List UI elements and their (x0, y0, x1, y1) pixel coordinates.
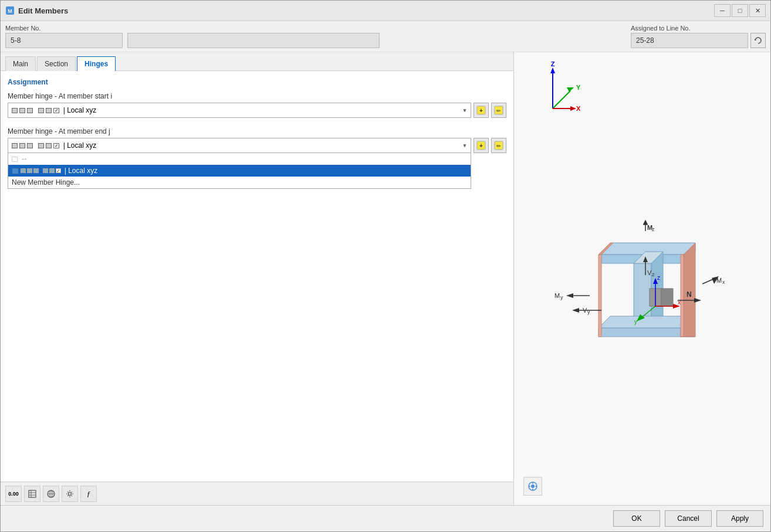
member-no-label: Member No. (5, 25, 123, 32)
hinge-end-dropdown-list: -- (8, 153, 471, 189)
middle-input[interactable] (127, 33, 380, 48)
decimal-icon[interactable]: 0.00 (5, 486, 22, 502)
svg-line-22 (553, 91, 570, 109)
svg-marker-35 (598, 316, 692, 328)
hinge-option-1[interactable]: ✓ | Local xyz (8, 165, 471, 177)
beam-visualization: M z V z M x M y (543, 126, 742, 477)
hinge-end-new-button[interactable]: + (474, 138, 489, 153)
hinge-start-dropdown-wrapper: ✓ | Local xyz ▼ (8, 103, 471, 118)
cancel-button[interactable]: Cancel (665, 510, 712, 527)
function-icon[interactable]: ƒ (80, 486, 97, 502)
maximize-button[interactable]: □ (732, 4, 748, 17)
svg-text:Y: Y (576, 84, 581, 91)
apply-button[interactable]: Apply (716, 510, 763, 527)
section-title: Assignment (8, 78, 506, 86)
minimize-button[interactable]: ─ (714, 4, 731, 17)
hinge-start-row: ✓ | Local xyz ▼ + ✏ (8, 103, 506, 118)
tab-section[interactable]: Section (37, 56, 76, 71)
title-bar: M Edit Members ─ □ ✕ (1, 1, 770, 21)
member-no-group: Member No. (5, 25, 123, 48)
left-panel: Main Section Hinges Assignment Member hi… (1, 52, 514, 505)
globe-icon[interactable] (43, 486, 59, 502)
panel-content: Assignment Member hinge - At member star… (1, 71, 513, 482)
svg-text:N: N (687, 290, 692, 299)
svg-text:✏: ✏ (496, 108, 501, 114)
svg-marker-39 (681, 255, 684, 337)
ok-button[interactable]: OK (613, 510, 660, 527)
svg-text:y: y (587, 309, 590, 315)
svg-text:z: z (652, 272, 655, 277)
assigned-input[interactable] (631, 33, 748, 48)
svg-text:+: + (479, 143, 483, 149)
hinge-start-edit-button[interactable]: ✏ (491, 103, 506, 118)
close-button[interactable]: ✕ (749, 4, 766, 17)
assigned-group: Assigned to Line No. (631, 25, 766, 48)
svg-text:M: M (8, 8, 12, 14)
svg-text:z: z (657, 275, 660, 281)
svg-rect-43 (661, 289, 673, 306)
svg-text:y: y (560, 294, 563, 300)
hinge-start-label: Member hinge - At member start i (8, 92, 506, 100)
member-no-input[interactable] (5, 33, 123, 48)
tab-main[interactable]: Main (5, 56, 36, 71)
hinge-option-new[interactable]: New Member Hinge... (8, 177, 471, 188)
svg-marker-20 (550, 67, 555, 73)
hinge-end-label: Member hinge - At member end j (8, 127, 506, 135)
svg-marker-40 (684, 243, 695, 337)
hinge-start-new-button[interactable]: + (474, 103, 489, 118)
hinge-start-group: Member hinge - At member start i (8, 92, 506, 118)
svg-rect-10 (29, 490, 36, 497)
window-title: Edit Members (18, 6, 711, 15)
main-window: M Edit Members ─ □ ✕ Member No. Assigned… (0, 0, 771, 532)
assigned-field-group: Assigned to Line No. (631, 25, 766, 48)
svg-text:x: x (678, 299, 681, 306)
svg-text:z: z (652, 226, 655, 232)
hinge-end-edit-button[interactable]: ✏ (491, 138, 506, 153)
svg-text:x: x (722, 279, 725, 285)
svg-text:✏: ✏ (496, 143, 501, 149)
svg-point-76 (531, 484, 535, 488)
hinge-start-dropdown[interactable]: ✓ | Local xyz ▼ (8, 103, 471, 118)
svg-marker-56 (566, 293, 573, 298)
hinge-end-group: Member hinge - At member end j (8, 127, 506, 153)
axis-indicator: Z Y X (523, 62, 582, 114)
refresh-button[interactable] (750, 33, 766, 48)
svg-text:M: M (554, 292, 560, 299)
svg-marker-34 (598, 328, 681, 337)
tab-hinges[interactable]: Hinges (77, 56, 116, 71)
middle-label (127, 25, 380, 32)
right-panel: Z Y X (514, 52, 770, 505)
svg-marker-26 (570, 106, 576, 111)
hinge-option-blank[interactable]: -- (8, 153, 471, 165)
axis-container: Z Y X (523, 62, 761, 114)
svg-text:V: V (647, 269, 652, 276)
svg-text:+: + (479, 107, 483, 114)
table-icon[interactable] (24, 486, 40, 502)
svg-text:y: y (634, 318, 637, 325)
hinge-end-dropdown[interactable]: ✓ | Local xyz ▼ (8, 138, 471, 153)
tab-bar: Main Section Hinges (1, 52, 513, 71)
main-content: Main Section Hinges Assignment Member hi… (1, 52, 770, 505)
bottom-bar: 0.00 ƒ (1, 482, 513, 505)
app-icon: M (5, 6, 15, 15)
beam-svg: M z V z M x M y (543, 219, 742, 384)
window-controls: ─ □ ✕ (714, 4, 766, 17)
svg-marker-37 (598, 255, 601, 337)
svg-marker-63 (572, 308, 579, 313)
hinge-end-dropdown-wrapper: ✓ | Local xyz ▼ -- (8, 138, 471, 153)
view-settings-button[interactable] (523, 477, 542, 496)
settings-icon[interactable] (62, 486, 78, 502)
svg-point-18 (69, 492, 72, 495)
hinge-end-row: ✓ | Local xyz ▼ -- (8, 138, 506, 153)
svg-text:V: V (583, 307, 587, 314)
middle-field-group (127, 25, 380, 48)
assigned-label: Assigned to Line No. (631, 25, 766, 32)
bottom-right-icon (523, 477, 542, 496)
svg-text:X: X (576, 105, 581, 112)
member-bar: Member No. Assigned to Line No. (1, 21, 770, 52)
svg-text:M: M (716, 277, 722, 284)
svg-marker-60 (694, 298, 701, 303)
svg-text:Z: Z (551, 62, 555, 67)
footer: OK Cancel Apply (1, 505, 770, 531)
